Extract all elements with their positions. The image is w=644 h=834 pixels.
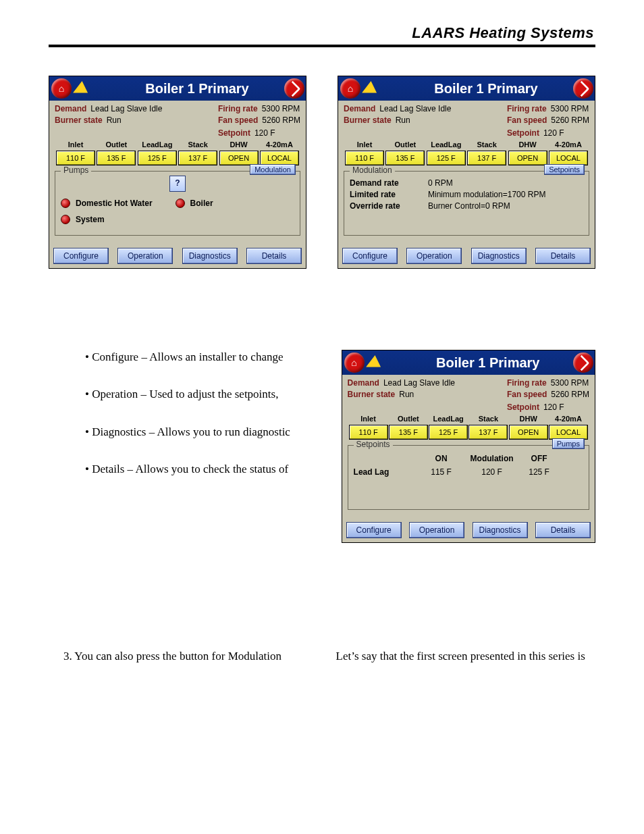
col-header: LeadLag (429, 415, 468, 423)
sp-header-on: ON (421, 454, 462, 463)
value-button[interactable]: OPEN (508, 151, 547, 165)
demand-value: Lead Lag Slave Idle (90, 103, 162, 115)
sp-header-mod: Modulation (462, 454, 522, 463)
sp-on-value: 115 F (421, 467, 462, 477)
firing-value: 5300 RPM (551, 377, 589, 389)
burner-value: Run (399, 389, 414, 400)
setpoint-label: Setpoint (218, 128, 250, 139)
bullet-item: Operation – Used to adjust the setpoints… (96, 387, 342, 401)
firing-label: Firing rate (218, 103, 258, 115)
demand-label: Demand (55, 103, 86, 115)
home-icon[interactable]: ⌂ (340, 78, 360, 99)
page-header: LAARS Heating Systems (49, 24, 595, 47)
col-header: Inlet (56, 140, 95, 149)
demand-rate-label: Demand rate (350, 178, 428, 188)
fieldset-legend: Setpoints (354, 440, 393, 449)
operation-button[interactable]: Operation (117, 248, 173, 264)
value-button[interactable]: 135 F (389, 425, 428, 440)
value-button[interactable]: 110 F (345, 151, 384, 165)
configure-button[interactable]: Configure (346, 522, 402, 538)
demand-value: Lead Lag Slave Idle (383, 377, 455, 389)
bullet-list: Configure – Allows an installer to chang… (49, 350, 342, 543)
burner-value: Run (107, 115, 122, 126)
body-text: Let’s say that the first screen presente… (336, 650, 595, 663)
bullet-item: Diagnostics – Allows you to run diagnost… (96, 425, 342, 439)
col-header: Stack (467, 140, 506, 149)
firing-value: 5300 RPM (551, 103, 589, 115)
bell-icon[interactable] (361, 81, 378, 96)
firing-label: Firing rate (507, 103, 547, 115)
col-header: Stack (178, 140, 217, 149)
value-button[interactable]: LOCAL (549, 151, 588, 165)
numbered-item: 3. You can also press the button for Mod… (63, 650, 336, 663)
panel-title: Boiler 1 Primary (377, 81, 595, 97)
col-header: DHW (219, 140, 259, 149)
operation-button[interactable]: Operation (406, 248, 462, 264)
fieldset-legend: Modulation (350, 165, 395, 175)
back-icon[interactable] (573, 353, 593, 373)
status-led (61, 199, 70, 208)
title-bar: ⌂ Boiler 1 Primary (49, 76, 306, 101)
fan-label: Fan speed (218, 115, 258, 126)
value-button[interactable]: 110 F (349, 425, 388, 440)
sp-off-value: 125 F (522, 467, 556, 477)
col-header: DHW (509, 415, 548, 423)
burner-label: Burner state (348, 389, 396, 400)
details-button[interactable]: Details (535, 248, 591, 264)
demand-value: Lead Lag Slave Idle (379, 103, 451, 115)
burner-value: Run (396, 115, 410, 126)
diagnostics-button[interactable]: Diagnostics (182, 248, 238, 264)
col-header: DHW (508, 140, 547, 149)
setpoint-label: Setpoint (507, 402, 539, 413)
sp-mod-value: 120 F (462, 467, 522, 477)
home-icon[interactable]: ⌂ (51, 78, 72, 99)
help-icon[interactable]: ? (169, 176, 186, 192)
limited-rate-label: Limited rate (350, 190, 428, 199)
configure-button[interactable]: Configure (342, 248, 398, 264)
setpoint-value: 120 F (254, 128, 275, 139)
panel-title: Boiler 1 Primary (381, 355, 595, 371)
sp-row-label: Lead Lag (354, 467, 421, 477)
col-header: LeadLag (427, 140, 466, 149)
limited-rate-value: Minimum modulation=1700 RPM (428, 190, 545, 199)
value-button[interactable]: 137 F (178, 151, 217, 165)
value-button[interactable]: LOCAL (260, 151, 299, 165)
pumps-button[interactable]: Pumps (552, 438, 585, 449)
title-bar: ⌂ Boiler 1 Primary (342, 350, 595, 375)
details-button[interactable]: Details (246, 248, 302, 264)
diagnostics-button[interactable]: Diagnostics (471, 248, 527, 264)
value-button[interactable]: 135 F (385, 151, 425, 165)
setpoint-value: 120 F (543, 128, 564, 139)
details-button[interactable]: Details (535, 522, 591, 538)
value-button[interactable]: OPEN (219, 151, 259, 165)
bullet-item: Details – Allows you to check the status… (96, 462, 342, 476)
firing-label: Firing rate (507, 377, 547, 389)
value-button[interactable]: 135 F (97, 151, 136, 165)
value-button[interactable]: 125 F (138, 151, 177, 165)
value-button[interactable]: 125 F (427, 151, 466, 165)
title-bar: ⌂ Boiler 1 Primary (338, 76, 595, 101)
diagnostics-button[interactable]: Diagnostics (473, 522, 528, 538)
operation-button[interactable]: Operation (409, 522, 464, 538)
back-icon[interactable] (573, 78, 593, 99)
modulation-button[interactable]: Modulation (250, 164, 296, 175)
col-header: Stack (468, 415, 508, 423)
value-button[interactable]: 110 F (56, 151, 95, 165)
value-button[interactable]: LOCAL (549, 425, 588, 440)
pump-dhw-label: Domestic Hot Water (76, 199, 153, 208)
bell-icon[interactable] (72, 81, 89, 96)
burner-label: Burner state (55, 115, 103, 126)
value-button[interactable]: OPEN (509, 425, 548, 440)
home-icon[interactable]: ⌂ (344, 353, 365, 373)
setpoints-button[interactable]: Setpoints (544, 164, 585, 175)
value-button[interactable]: 137 F (468, 425, 508, 440)
back-icon[interactable] (284, 78, 304, 99)
burner-label: Burner state (344, 115, 392, 126)
configure-button[interactable]: Configure (53, 248, 109, 264)
value-button[interactable]: 137 F (467, 151, 506, 165)
col-header: 4-20mA (549, 140, 588, 149)
bell-icon[interactable] (365, 355, 382, 370)
sp-header-off: OFF (522, 454, 556, 463)
fan-value: 5260 RPM (262, 115, 300, 126)
value-button[interactable]: 125 F (429, 425, 468, 440)
